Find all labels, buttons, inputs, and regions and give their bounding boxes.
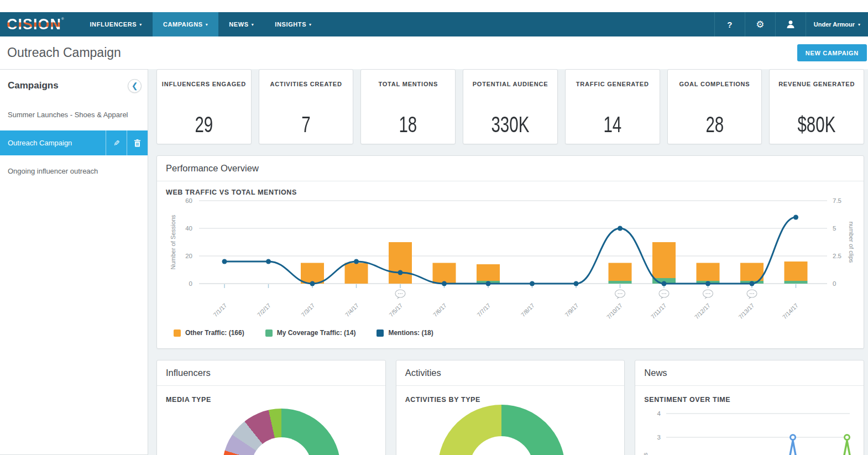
other-traffic-bar[interactable] [477, 264, 500, 281]
person-icon [786, 19, 796, 29]
news-card-title: News [635, 360, 864, 386]
help-icon[interactable]: ? [714, 12, 745, 36]
sentiment-line [843, 441, 851, 455]
chevron-down-icon: ▾ [206, 22, 208, 27]
x-axis-label: 7/3/17 [300, 302, 316, 318]
right-axis-tick: 7.5 [833, 197, 841, 204]
top-white-strip [0, 0, 868, 12]
mentions-data-point[interactable] [222, 259, 227, 264]
stat-value: $80K [798, 112, 836, 138]
media-type-donut-chart[interactable] [222, 409, 341, 455]
other-traffic-bar[interactable] [785, 262, 808, 281]
performance-card-title: Performance Overview [157, 156, 864, 181]
delete-campaign-button[interactable] [127, 130, 148, 155]
y-axis-tick: 3 [657, 434, 661, 441]
comment-bubble-icon[interactable] [703, 290, 713, 299]
left-axis-tick: 60 [185, 197, 192, 204]
sidebar-item-campaign[interactable]: Ongoing influencer outreach [0, 160, 148, 182]
legend-swatch [174, 330, 181, 337]
mentions-data-point[interactable] [354, 259, 359, 264]
x-axis-label: 7/10/17 [605, 302, 624, 320]
right-axis-label: number of clips [848, 222, 855, 263]
mentions-data-point[interactable] [662, 281, 667, 286]
mentions-data-point[interactable] [486, 281, 491, 286]
mentions-data-point[interactable] [574, 281, 579, 286]
other-traffic-bar[interactable] [345, 263, 368, 284]
y-axis-label: number of clips [642, 452, 649, 455]
other-traffic-bar[interactable] [652, 242, 676, 278]
mentions-data-point[interactable] [266, 259, 271, 264]
x-axis-label: 7/6/17 [432, 302, 448, 318]
influencers-card: Influencers MEDIA TYPE [156, 360, 386, 455]
stat-card-traffic-generated: TRAFFIC GENERATED 14 [565, 69, 660, 144]
coverage-traffic-bar[interactable] [785, 281, 808, 284]
stat-card-potential-audience: POTENTIAL AUDIENCE 330K [463, 69, 558, 144]
sentiment-data-point[interactable] [791, 435, 796, 440]
x-axis-label: 7/2/17 [256, 302, 272, 318]
y-axis-tick: 4 [657, 410, 661, 417]
comment-bubble-icon[interactable] [659, 290, 669, 299]
mentions-data-point[interactable] [442, 281, 447, 286]
other-traffic-bar[interactable] [301, 263, 324, 284]
comment-bubble-icon[interactable] [395, 290, 405, 299]
legend-swatch [265, 330, 273, 337]
other-traffic-bar[interactable] [609, 263, 632, 281]
comment-bubble-icon[interactable] [615, 290, 625, 299]
sidebar-item-campaign-selected[interactable]: Outreach Campaign ✎ [0, 130, 148, 155]
selected-campaign-label: Outreach Campaign [0, 130, 106, 155]
activities-by-type-donut-chart[interactable] [438, 405, 565, 455]
edit-campaign-button[interactable]: ✎ [106, 130, 127, 155]
x-axis-label: 7/12/17 [693, 302, 712, 320]
cision-logo[interactable]: CISION ® [0, 12, 71, 36]
mentions-data-point[interactable] [310, 281, 315, 286]
sentiment-data-point[interactable] [845, 435, 850, 440]
stat-card-total-mentions: TOTAL MENTIONS 18 [360, 69, 456, 144]
account-menu[interactable]: Under Armour ▾ [806, 12, 868, 36]
coverage-traffic-bar[interactable] [609, 281, 632, 284]
other-traffic-bar[interactable] [697, 263, 720, 281]
other-traffic-bar[interactable] [433, 263, 456, 284]
legend-item[interactable]: Mentions: (18) [377, 329, 433, 337]
sidebar-header: Campaigns ❮ [0, 70, 148, 99]
campaigns-sidebar: Campaigns ❮ Summer Launches - Shoes & Ap… [0, 69, 148, 455]
left-axis-tick: 0 [189, 280, 192, 287]
nav-item-news[interactable]: NEWS ▾ [218, 12, 264, 36]
top-navbar: CISION ® INFLUENCERS ▾ CAMPAIGNS ▾ NEWS … [0, 12, 868, 36]
stat-value: 7 [301, 112, 310, 138]
mentions-data-point[interactable] [705, 281, 710, 286]
cision-logo-text: CISION [7, 15, 61, 33]
nav-item-influencers[interactable]: INFLUENCERS ▾ [79, 12, 152, 36]
web-traffic-vs-mentions-chart: 020406002.557.5Number of Sessionsnumber … [166, 196, 856, 325]
gear-icon[interactable]: ⚙ [745, 12, 775, 36]
legend-item[interactable]: My Coverage Traffic: (14) [265, 329, 356, 337]
registered-mark: ® [61, 17, 64, 20]
mentions-data-point[interactable] [793, 215, 798, 220]
x-axis-label: 7/11/17 [650, 302, 668, 320]
sidebar-collapse-button[interactable]: ❮ [128, 79, 142, 93]
nav-item-insights[interactable]: INSIGHTS ▾ [264, 12, 322, 36]
comment-bubble-icon[interactable] [747, 290, 757, 299]
mentions-data-point[interactable] [618, 226, 623, 231]
new-campaign-button[interactable]: NEW CAMPAIGN [797, 44, 867, 61]
mentions-data-point[interactable] [530, 281, 535, 286]
donut-hole [469, 436, 534, 455]
chevron-down-icon: ▾ [252, 22, 254, 27]
stat-card-influencers-engaged: INFLUENCERS ENGAGED 29 [156, 69, 252, 144]
pencil-icon: ✎ [113, 139, 120, 148]
stats-row: INFLUENCERS ENGAGED 29 ACTIVITIES CREATE… [156, 69, 864, 144]
legend-item[interactable]: Other Traffic: (166) [174, 329, 244, 337]
trash-icon [134, 139, 141, 147]
mentions-data-point[interactable] [398, 270, 403, 275]
x-axis-label: 7/7/17 [475, 302, 491, 318]
x-axis-label: 7/14/17 [781, 302, 799, 320]
stat-value: 18 [399, 112, 417, 138]
sidebar-item-campaign[interactable]: Summer Launches - Shoes & Apparel [0, 104, 148, 125]
chevron-down-icon: ▾ [139, 22, 142, 27]
nav-item-campaigns[interactable]: CAMPAIGNS ▾ [153, 12, 218, 36]
other-traffic-bar[interactable] [389, 242, 412, 284]
main-content: INFLUENCERS ENGAGED 29 ACTIVITIES CREATE… [156, 69, 864, 455]
sentiment-chart-title: SENTIMENT OVER TIME [635, 386, 864, 404]
user-profile-icon[interactable] [775, 12, 806, 36]
mentions-data-point[interactable] [750, 281, 755, 286]
chart-legend: Other Traffic: (166)My Coverage Traffic:… [174, 329, 855, 337]
